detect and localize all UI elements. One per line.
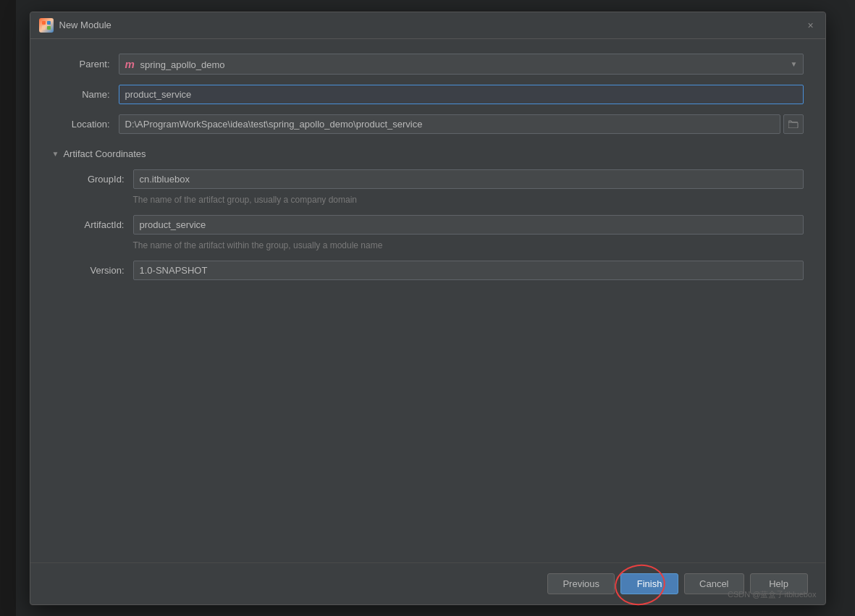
name-row: Name: — [52, 85, 804, 104]
groupid-hint: The name of the artifact group, usually … — [133, 195, 804, 205]
location-row: Location: — [52, 114, 804, 134]
section-title: Artifact Coordinates — [63, 148, 146, 159]
svg-rect-4 — [788, 122, 798, 128]
parent-label: Parent: — [52, 59, 110, 69]
finish-button-wrap: Finish — [620, 573, 678, 594]
svg-rect-3 — [47, 26, 51, 30]
version-row: Version: — [67, 261, 804, 280]
artifactid-row: ArtifactId: — [67, 215, 804, 235]
dialog-titlebar: New Module × — [30, 12, 825, 39]
location-input[interactable] — [119, 114, 780, 134]
new-module-dialog: New Module × Parent: m spring_apollo_dem… — [30, 12, 826, 605]
parent-select-wrap: m spring_apollo_demo ▼ — [119, 54, 804, 75]
version-input-wrap — [133, 261, 804, 280]
previous-button[interactable]: Previous — [547, 573, 615, 594]
svg-rect-0 — [42, 21, 46, 25]
artifact-section-content: GroupId: The name of the artifact group,… — [67, 169, 804, 280]
location-input-group — [119, 114, 804, 134]
artifactid-label: ArtifactId: — [67, 219, 125, 230]
parent-dropdown-arrow: ▼ — [791, 60, 798, 68]
section-collapse-arrow[interactable]: ▼ — [52, 150, 59, 158]
svg-rect-2 — [42, 26, 46, 30]
svg-rect-1 — [47, 21, 51, 25]
version-label: Version: — [67, 265, 125, 276]
parent-select-value: m spring_apollo_demo — [125, 58, 225, 70]
artifact-section-header: ▼ Artifact Coordinates — [52, 148, 804, 159]
title-left: New Module — [39, 18, 111, 33]
name-input-wrap — [119, 85, 804, 104]
location-browse-button[interactable] — [783, 114, 804, 134]
groupid-input-wrap — [133, 169, 804, 189]
artifactid-hint: The name of the artifact within the grou… — [133, 240, 804, 250]
watermark: CSDN @蓝盒子itbluebox — [728, 589, 816, 600]
dialog-title: New Module — [59, 20, 111, 30]
groupid-row: GroupId: — [67, 169, 804, 189]
app-icon — [39, 18, 54, 33]
parent-select[interactable]: m spring_apollo_demo ▼ — [119, 54, 804, 75]
name-label: Name: — [52, 89, 110, 100]
artifactid-input[interactable] — [133, 215, 804, 235]
maven-icon: m — [125, 58, 135, 70]
groupid-input[interactable] — [133, 169, 804, 189]
groupid-label: GroupId: — [67, 174, 125, 185]
finish-button[interactable]: Finish — [620, 573, 678, 594]
parent-row: Parent: m spring_apollo_demo ▼ — [52, 54, 804, 75]
close-button[interactable]: × — [805, 20, 817, 31]
name-input[interactable] — [119, 85, 804, 104]
dialog-footer: Previous Finish Cancel Help CSDN @蓝盒子itb… — [30, 562, 825, 604]
location-input-wrap — [119, 114, 804, 134]
location-label: Location: — [52, 119, 110, 130]
version-input[interactable] — [133, 261, 804, 280]
dialog-content: Parent: m spring_apollo_demo ▼ Name: — [30, 39, 825, 562]
artifactid-input-wrap — [133, 215, 804, 235]
